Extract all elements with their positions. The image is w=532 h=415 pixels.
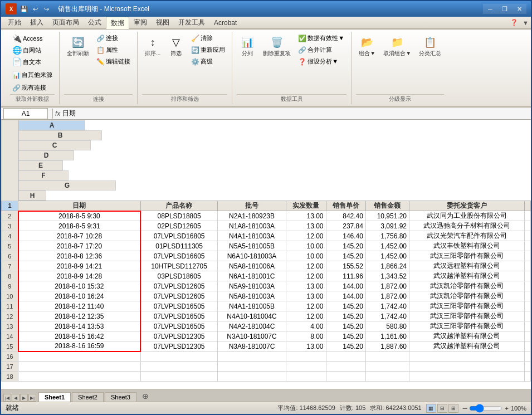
cell-product-12[interactable]: 07LVPLSD16505 <box>140 311 217 321</box>
cell-batch-5[interactable]: N5A5-181005B <box>217 241 286 251</box>
ribbon-btn-reapply[interactable]: 🔄重新应用 <box>189 45 227 55</box>
col-header-e[interactable]: E <box>18 160 63 170</box>
col-header-f[interactable]: F <box>18 170 69 180</box>
ribbon-btn-filter[interactable]: ▽ 筛选 <box>165 33 187 58</box>
cell-customer-8[interactable]: 武汉越洋塑料有限公司 <box>409 271 525 281</box>
menu-acrobat[interactable]: Acrobat <box>209 18 241 28</box>
cell-empty-18-3[interactable] <box>286 372 326 382</box>
cell-customer-2[interactable]: 武汉同为工业股份有限公司 <box>409 211 525 221</box>
cell-price-12[interactable]: 145.20 <box>326 311 365 321</box>
cell-date-9[interactable]: 2018-8-10 15:32 <box>18 281 141 291</box>
menu-review[interactable]: 审阅 <box>129 17 152 28</box>
cell-empty-16-6[interactable] <box>409 351 525 362</box>
ribbon-btn-website[interactable]: 🌐 自网站 <box>10 45 45 56</box>
qa-undo[interactable]: ↩ <box>30 4 40 14</box>
cell-amount-9[interactable]: 1,872.00 <box>365 281 409 291</box>
cell-empty-17-7[interactable] <box>524 362 530 372</box>
cell-date-12[interactable]: 2018-8-12 12:35 <box>18 311 141 321</box>
col-header-c[interactable]: C <box>18 140 91 150</box>
ribbon-btn-text[interactable]: 📄 自文本 <box>10 56 45 67</box>
cell-product-2[interactable]: 08PLSD18805 <box>140 211 217 221</box>
cell-customer-7[interactable]: 武汉远程塑料有限公司 <box>409 261 525 271</box>
cell-product-3[interactable]: 02PLSD12605 <box>140 221 217 231</box>
cell-customer-14[interactable]: 武汉越洋塑料有限公司 <box>409 331 525 341</box>
cell-product-8[interactable]: 03PLSD18605 <box>140 271 217 281</box>
cell-empty-16-0[interactable] <box>18 351 141 362</box>
cell-date-2[interactable]: 2018-8-5 9:30 <box>18 211 141 221</box>
cell-empty-16-5[interactable] <box>365 351 409 362</box>
cell-customer-5[interactable]: 武汉丰铁塑料有限公司 <box>409 241 525 251</box>
cell-amount-4[interactable]: 1,756.80 <box>365 231 409 241</box>
cell-empty-18-5[interactable] <box>365 372 409 382</box>
ribbon-btn-existing-connections[interactable]: 🔗 现有连接 <box>10 82 48 93</box>
page-break-view-btn[interactable]: ⊞ <box>448 404 458 413</box>
cell-empty-17-6[interactable] <box>409 362 525 372</box>
normal-view-btn[interactable]: ▦ <box>426 404 436 413</box>
cell-batch-8[interactable]: N6A1-181001C <box>217 271 286 281</box>
cell-date-7[interactable]: 2018-8-9 14:21 <box>18 261 141 271</box>
cell-product-13[interactable]: 07LVPLSD16505 <box>140 321 217 331</box>
col-header-d[interactable]: D <box>18 150 74 160</box>
ribbon-btn-refresh-all[interactable]: 🔄 全部刷新 <box>64 33 92 58</box>
cell-empty-17-3[interactable] <box>286 362 326 372</box>
col-header-a[interactable]: A <box>18 120 85 130</box>
cell-price-6[interactable]: 145.20 <box>326 251 365 261</box>
cell-amount-13[interactable]: 580.80 <box>365 321 409 331</box>
cell-qty-11[interactable]: 12.00 <box>286 301 326 311</box>
cell-empty-16-1[interactable] <box>140 351 217 362</box>
ribbon-btn-what-if[interactable]: ❓假设分析▼ <box>296 56 346 67</box>
cell-price-5[interactable]: 145.20 <box>326 241 365 251</box>
cell-qty-4[interactable]: 12.00 <box>286 231 326 241</box>
tab-nav-prev[interactable]: ◀ <box>12 394 19 402</box>
cell-price-8[interactable]: 111.96 <box>326 271 365 281</box>
close-button[interactable]: ✕ <box>512 4 526 14</box>
cell-amount-10[interactable]: 1,872.00 <box>365 291 409 301</box>
cell-customer-10[interactable]: 武汉凯治零部件有限公司 <box>409 291 525 301</box>
ribbon-btn-subtotal[interactable]: 📋 分类汇总 <box>416 33 444 58</box>
cell-price-10[interactable]: 144.00 <box>326 291 365 301</box>
cell-batch-14[interactable]: N3A10-181007C <box>217 331 286 341</box>
cell-date-5[interactable]: 2018-8-7 17:20 <box>18 241 141 251</box>
header-unit-price[interactable]: 销售单价 <box>326 201 365 211</box>
cell-date-10[interactable]: 2018-8-10 16:24 <box>18 291 141 301</box>
cell-empty-17-0[interactable] <box>18 362 141 372</box>
cell-batch-11[interactable]: N4A1-181005B <box>217 301 286 311</box>
cell-qty-8[interactable]: 12.00 <box>286 271 326 281</box>
cell-batch-2[interactable]: N2A1-180923B <box>217 211 286 221</box>
spreadsheet-area[interactable]: A B C D E F G H 1 日期 产品名称 批号 实发数量 销售单价 <box>1 120 531 389</box>
cell-empty-18-4[interactable] <box>326 372 365 382</box>
menu-formula[interactable]: 公式 <box>84 17 106 28</box>
header-qty[interactable]: 实发数量 <box>286 201 326 211</box>
cell-date-8[interactable]: 2018-8-9 14:28 <box>18 271 141 281</box>
cell-batch-9[interactable]: N5A9-181003A <box>217 281 286 291</box>
cell-empty-18-2[interactable] <box>217 372 286 382</box>
cell-customer-6[interactable]: 武汉三阳零部件有限公司 <box>409 251 525 261</box>
cell-batch-7[interactable]: N5A8-181006A <box>217 261 286 271</box>
cell-empty-16-7[interactable] <box>524 351 530 362</box>
ribbon-btn-edit-links[interactable]: ✏️编辑链接 <box>94 56 133 67</box>
insert-sheet-btn[interactable]: ⊕ <box>140 390 151 402</box>
minimize-button[interactable]: ─ <box>483 4 497 14</box>
cell-qty-12[interactable]: 12.00 <box>286 311 326 321</box>
cell-product-11[interactable]: 07LVPLSD16505 <box>140 301 217 311</box>
cell-batch-13[interactable]: N4A2-181004C <box>217 321 286 331</box>
cell-qty-3[interactable]: 13.00 <box>286 221 326 231</box>
zoom-out-btn[interactable]: ─ <box>463 405 467 412</box>
ribbon-btn-clear[interactable]: 🧹清除 <box>189 33 227 43</box>
cell-amount-8[interactable]: 1,343.52 <box>365 271 409 281</box>
ribbon-btn-ungroup[interactable]: 📁 取消组合▼ <box>380 33 414 58</box>
cell-batch-12[interactable]: N4A10-181004C <box>217 311 286 321</box>
ribbon-btn-remove-duplicates[interactable]: 🗑️ 删除重复项 <box>260 33 294 58</box>
cell-customer-12[interactable]: 武汉三阳零部件有限公司 <box>409 311 525 321</box>
cell-amount-14[interactable]: 1,161.60 <box>365 331 409 341</box>
cell-price-15[interactable]: 145.20 <box>326 341 365 351</box>
cell-product-7[interactable]: 10HTPLSD112705 <box>140 261 217 271</box>
cell-qty-2[interactable]: 13.00 <box>286 211 326 221</box>
ribbon-btn-connections[interactable]: 🔗连接 <box>94 33 133 43</box>
col-header-b[interactable]: B <box>18 130 102 140</box>
menu-start[interactable]: 开始 <box>3 17 26 28</box>
cell-amount-15[interactable]: 1,887.60 <box>365 341 409 351</box>
ribbon-btn-consolidate[interactable]: 🔗合并计算 <box>296 45 346 55</box>
cell-price-3[interactable]: 237.84 <box>326 221 365 231</box>
cell-date-4[interactable]: 2018-8-7 10:28 <box>18 231 141 241</box>
